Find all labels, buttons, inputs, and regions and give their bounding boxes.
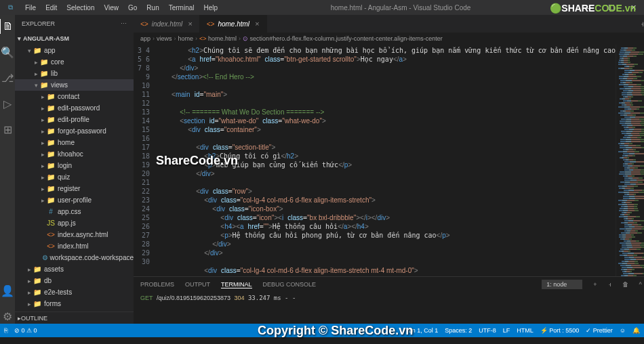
panel-tab-output[interactable]: OUTPUT xyxy=(185,281,210,288)
tree-item-login[interactable]: ▸📁login xyxy=(15,160,134,171)
tree-item-index.html[interactable]: <>index.html xyxy=(15,240,134,252)
sharecode-logo: 🟢SHARECODE.vn xyxy=(550,3,636,14)
menu-edit[interactable]: Edit xyxy=(41,4,62,12)
menu-help[interactable]: Help xyxy=(199,4,223,12)
panel: PROBLEMSOUTPUTTERMINALDEBUG CONSOLE1: no… xyxy=(134,276,644,324)
tree-item-khoahoc[interactable]: ▸📁khoahoc xyxy=(15,148,134,160)
live-server-port[interactable]: ⚡ Port : 5500 xyxy=(540,327,580,334)
language-mode[interactable]: HTML xyxy=(517,327,534,334)
prettier-status[interactable]: ✓ Prettier xyxy=(586,327,613,334)
notifications-icon[interactable]: 🔔 xyxy=(632,327,640,334)
more-icon[interactable]: ⋯ xyxy=(121,20,127,27)
tree-item-workspace.code-workspace[interactable]: ⚙workspace.code-workspace xyxy=(15,252,134,263)
panel-tab-problems[interactable]: PROBLEMS xyxy=(140,281,174,288)
tab-index.html[interactable]: <>index.html× xyxy=(134,15,200,33)
tree-item-views[interactable]: ▾📁views xyxy=(15,79,134,91)
breadcrumb-seg[interactable]: app xyxy=(140,35,150,42)
breadcrumb-seg[interactable]: home xyxy=(178,35,194,42)
close-icon[interactable]: × xyxy=(188,20,192,28)
tree-item-app.js[interactable]: JSapp.js xyxy=(15,217,134,229)
tree-item-index.async.html[interactable]: <>index.async.html xyxy=(15,229,134,240)
menubar: FileEditSelectionViewGoRunTerminalHelp xyxy=(20,4,222,12)
titlebar: ⧉ FileEditSelectionViewGoRunTerminalHelp… xyxy=(0,0,644,15)
tree-item-app[interactable]: ▾📁app xyxy=(15,45,134,56)
encoding[interactable]: UTF-8 xyxy=(479,327,496,334)
file-tree: ▾📁app▸📁core▸📁lib▾📁views▸📁contact▸📁edit-p… xyxy=(15,45,134,311)
project-name: ANGULAR-ASM xyxy=(23,35,69,42)
vscode-icon: ⧉ xyxy=(0,3,20,12)
split-editor-icon[interactable]: ⫞ xyxy=(641,20,644,28)
search-icon[interactable]: 🔍 xyxy=(0,45,15,60)
outline-label: OUTLINE xyxy=(21,315,47,322)
outline-section[interactable]: ▸ OUTLINE xyxy=(15,311,134,324)
tree-item-lib[interactable]: ▸📁lib xyxy=(15,68,134,79)
tree-item-user-profile[interactable]: ▸📁user-profile xyxy=(15,194,134,206)
panel-tab-debug console[interactable]: DEBUG CONSOLE xyxy=(263,281,317,288)
breadcrumb[interactable]: app›views›home›<> home.html›⊙ section#he… xyxy=(134,33,644,45)
explorer-title: EXPLORER xyxy=(22,20,55,27)
menu-run[interactable]: Run xyxy=(142,4,163,12)
tab-home.html[interactable]: <>home.html× xyxy=(200,15,267,33)
split-terminal-icon[interactable]: ⫞ xyxy=(608,281,611,288)
terminal-output[interactable]: GET /quiz/0.8195159620253873 304 33.247 … xyxy=(134,292,644,324)
activity-bar: 🗎 🔍 ⎇ ▷ ⊞ 👤 ⚙ xyxy=(0,15,15,324)
extensions-icon[interactable]: ⊞ xyxy=(0,122,15,137)
maximize-panel-icon[interactable]: ^ xyxy=(639,281,642,288)
remote-icon[interactable]: ⎘ xyxy=(4,327,7,334)
line-gutter: 3 4 5 6 7 8 9 10 11 12 13 14 15 16 17 18… xyxy=(134,45,155,276)
tree-item-core[interactable]: ▸📁core xyxy=(15,56,134,68)
run-debug-icon[interactable]: ▷ xyxy=(0,96,15,111)
editor-tabs: <>index.html×<>home.html×⫞⋯ xyxy=(134,15,644,33)
tree-item-e2e-tests[interactable]: ▸📁e2e-tests xyxy=(15,286,134,298)
window-title: home.html - Angular-Asm - Visual Studio … xyxy=(222,4,579,12)
new-terminal-icon[interactable]: + xyxy=(593,281,597,288)
statusbar: ⎘ ⊘ 0 ⚠ 0 Ln 1, Col 1 Spaces: 2 UTF-8 LF… xyxy=(0,324,644,337)
terminal-dropdown[interactable]: 1: node xyxy=(542,280,582,289)
terminal-line: /quiz/0.8195159620253873 xyxy=(157,295,230,301)
tree-item-home[interactable]: ▸📁home xyxy=(15,137,134,148)
project-header[interactable]: ▾ANGULAR-ASM xyxy=(15,33,134,45)
eol[interactable]: LF xyxy=(503,327,510,334)
source-control-icon[interactable]: ⎇ xyxy=(0,70,15,85)
tree-item-register[interactable]: ▸📁register xyxy=(15,183,134,194)
breadcrumb-seg[interactable]: ⊙ section#hero.d-flex.flex-column.justif… xyxy=(243,35,443,42)
tree-item-quiz[interactable]: ▸📁quiz xyxy=(15,171,134,183)
sidebar: EXPLORER ⋯ ▾ANGULAR-ASM ▾📁app▸📁core▸📁lib… xyxy=(15,15,134,324)
menu-terminal[interactable]: Terminal xyxy=(164,4,199,12)
breadcrumb-seg[interactable]: views xyxy=(157,35,172,42)
cursor-position[interactable]: Ln 1, Col 1 xyxy=(409,327,439,334)
tree-item-contact[interactable]: ▸📁contact xyxy=(15,91,134,102)
panel-tab-terminal[interactable]: TERMINAL xyxy=(221,281,252,288)
explorer-header: EXPLORER ⋯ xyxy=(15,15,134,33)
code-content[interactable]: <h2>Chúng tôi sẽ đem đến cho bạn những b… xyxy=(155,45,616,276)
tree-item-forms[interactable]: ▸📁forms xyxy=(15,298,134,309)
menu-selection[interactable]: Selection xyxy=(62,4,99,12)
tree-item-forgot-password[interactable]: ▸📁forgot-password xyxy=(15,125,134,137)
panel-tabs: PROBLEMSOUTPUTTERMINALDEBUG CONSOLE1: no… xyxy=(134,277,644,292)
tree-item-edit-profile[interactable]: ▸📁edit-profile xyxy=(15,114,134,125)
tree-item-assets[interactable]: ▸📁assets xyxy=(15,263,134,275)
settings-icon[interactable]: ⚙ xyxy=(0,309,15,324)
explorer-icon[interactable]: 🗎 xyxy=(0,19,14,34)
problems-status[interactable]: ⊘ 0 ⚠ 0 xyxy=(14,327,37,334)
trash-icon[interactable]: 🗑 xyxy=(622,281,628,288)
menu-file[interactable]: File xyxy=(20,4,41,12)
editor-group: <>index.html×<>home.html×⫞⋯ app›views›ho… xyxy=(134,15,644,324)
menu-view[interactable]: View xyxy=(100,4,124,12)
tree-item-edit-password[interactable]: ▸📁edit-password xyxy=(15,102,134,114)
close-icon[interactable]: × xyxy=(255,20,259,28)
minimap[interactable] xyxy=(616,45,644,276)
menu-go[interactable]: Go xyxy=(123,4,142,12)
feedback-icon[interactable]: ☺ xyxy=(620,327,626,334)
tree-item-db[interactable]: ▸📁db xyxy=(15,275,134,286)
code-area[interactable]: 3 4 5 6 7 8 9 10 11 12 13 14 15 16 17 18… xyxy=(134,45,644,276)
indentation[interactable]: Spaces: 2 xyxy=(445,327,472,334)
breadcrumb-seg[interactable]: <> home.html xyxy=(199,35,237,42)
tree-item-app.css[interactable]: #app.css xyxy=(15,206,134,217)
accounts-icon[interactable]: 👤 xyxy=(0,283,15,298)
